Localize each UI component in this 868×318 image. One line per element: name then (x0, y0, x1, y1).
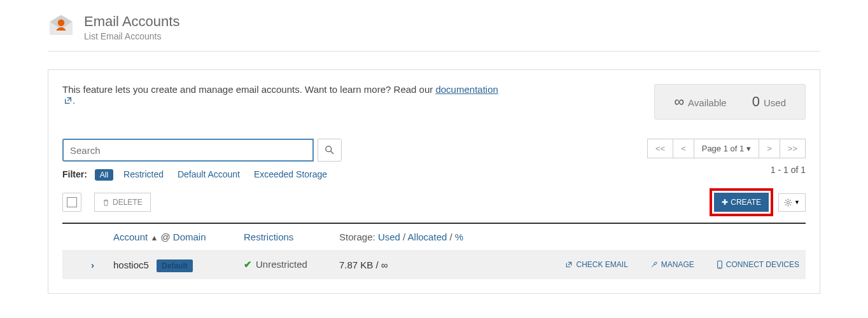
trash-icon (102, 199, 109, 206)
table-header: Account ▲ @ Domain Restrictions Storage:… (62, 224, 806, 250)
expand-row-icon[interactable]: › (91, 259, 94, 270)
gear-icon (784, 198, 792, 207)
svg-point-5 (719, 267, 720, 268)
stats-box: ∞ Available 0 Used (654, 84, 806, 120)
col-account[interactable]: Account (113, 232, 148, 242)
check-email-link[interactable]: CHECK EMAIL (565, 260, 627, 269)
svg-point-1 (326, 146, 332, 152)
col-domain[interactable]: Domain (173, 232, 206, 242)
search-input[interactable] (62, 139, 314, 162)
pager-first[interactable]: << (647, 139, 673, 158)
page-header: Email Accounts List Email Accounts (48, 13, 820, 52)
available-count: ∞ (674, 93, 684, 110)
col-restrictions[interactable]: Restrictions (244, 232, 339, 242)
col-allocated[interactable]: Allocated (408, 232, 447, 242)
intro-before: This feature lets you create and manage … (62, 84, 435, 95)
filter-label: Filter: (62, 169, 87, 179)
col-used[interactable]: Used (378, 232, 400, 242)
documentation-link[interactable]: documentation (435, 84, 498, 95)
default-badge: Default (157, 259, 193, 272)
restriction-value: Unrestricted (256, 259, 307, 270)
pager-info[interactable]: Page 1 of 1▾ (694, 139, 760, 158)
page-title: Email Accounts (84, 13, 179, 30)
intro-after: . (73, 95, 75, 106)
storage-value: 7.87 KB / ∞ (339, 259, 517, 270)
plus-icon: ✚ (722, 198, 728, 207)
email-envelope-icon (48, 13, 74, 41)
available-label: Available (688, 97, 727, 108)
delete-button[interactable]: DELETE (94, 193, 151, 212)
used-count: 0 (752, 93, 760, 110)
at-symbol: @ (160, 232, 170, 242)
connect-devices-link[interactable]: CONNECT DEVICES (717, 260, 799, 269)
main-panel: This feature lets you create and manage … (48, 69, 820, 294)
pagination: << < Page 1 of 1▾ > >> (648, 139, 806, 158)
account-name: hostioc5 (113, 259, 149, 270)
filter-row: Filter: All Restricted Default Account E… (62, 169, 342, 179)
create-button[interactable]: ✚ CREATE (714, 193, 769, 212)
select-all-checkbox[interactable] (67, 197, 77, 207)
filter-restricted[interactable]: Restricted (123, 169, 164, 179)
pager-next[interactable]: > (759, 139, 780, 158)
pager-prev[interactable]: < (673, 139, 694, 158)
storage-label: Storage: (339, 232, 375, 242)
create-highlight: ✚ CREATE (710, 188, 773, 216)
filter-all[interactable]: All (95, 169, 113, 181)
select-all-wrapper[interactable] (62, 193, 81, 212)
search-icon (325, 146, 334, 155)
pager-last[interactable]: >> (780, 139, 806, 158)
table-row: › hostioc5 Default ✔Unrestricted 7.87 KB… (62, 250, 806, 279)
col-percent[interactable]: % (455, 232, 463, 242)
filter-exceeded-storage[interactable]: Exceeded Storage (254, 169, 327, 179)
svg-line-2 (331, 151, 333, 154)
page-subtitle: List Email Accounts (84, 31, 179, 41)
check-icon: ✔ (244, 259, 252, 270)
sort-asc-icon: ▲ (150, 233, 158, 242)
wrench-icon (650, 261, 658, 268)
svg-point-0 (58, 20, 65, 27)
search-button[interactable] (318, 139, 342, 162)
device-icon (717, 260, 723, 269)
external-link-icon (64, 96, 73, 107)
used-label: Used (764, 97, 786, 108)
result-count: 1 - 1 of 1 (648, 165, 806, 175)
settings-dropdown[interactable]: ▼ (778, 193, 806, 212)
filter-default-account[interactable]: Default Account (178, 169, 240, 179)
caret-down-icon: ▾ (746, 144, 751, 153)
external-link-icon (565, 261, 573, 268)
intro-text: This feature lets you create and manage … (62, 84, 508, 107)
caret-down-icon: ▼ (794, 199, 800, 205)
svg-point-3 (787, 201, 790, 204)
manage-link[interactable]: MANAGE (650, 260, 694, 269)
